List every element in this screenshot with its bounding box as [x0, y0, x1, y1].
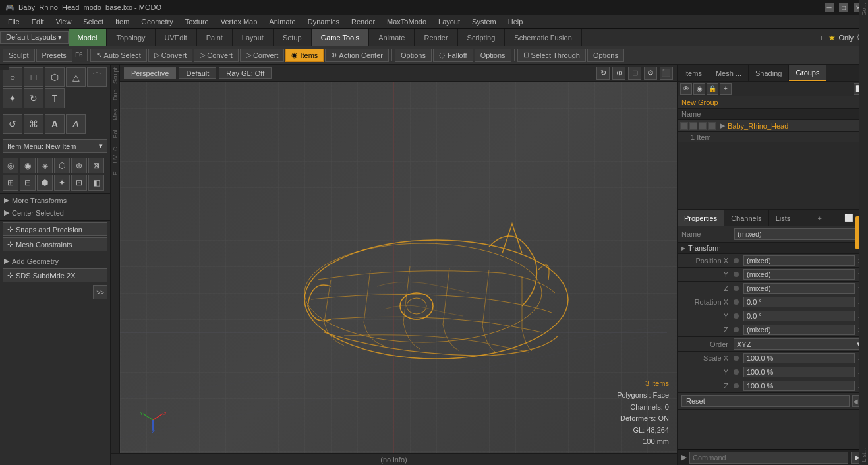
items-toolbar-render[interactable]: ◉	[693, 83, 705, 95]
default-view-button[interactable]: Default	[179, 67, 216, 79]
items-toolbar-lock[interactable]: 🔒	[707, 83, 718, 95]
icon-sq2[interactable]: ⊡	[71, 175, 87, 191]
perspective-view-button[interactable]: Perspective	[124, 67, 176, 79]
rotation-z-value[interactable]: (mixed)	[743, 325, 855, 335]
sds-subdivide-button[interactable]: ⊹ SDS Subdivide 2X	[3, 268, 107, 282]
items-toolbar-vis[interactable]: 👁	[680, 83, 692, 95]
text-tool[interactable]: T	[45, 88, 65, 108]
position-z-value[interactable]: (mixed)	[743, 283, 855, 294]
pan-view-button[interactable]: ⊟	[628, 67, 641, 80]
item-extra-button[interactable]	[708, 122, 716, 130]
menu-vertex-map[interactable]: Vertex Map	[216, 16, 263, 27]
convert1-button[interactable]: ▷ Convert	[148, 49, 193, 62]
menu-animate[interactable]: Animate	[264, 16, 301, 27]
menu-help[interactable]: Help	[503, 16, 529, 27]
icon-hex2[interactable]: ⬢	[37, 175, 53, 191]
presets-button[interactable]: Presets	[36, 49, 72, 62]
scale-y-value[interactable]: 100.0 %	[743, 367, 855, 377]
tab-animate[interactable]: Animate	[369, 29, 415, 46]
viewport-canvas[interactable]: X Y Z 3 Items Polygons : Face Channels: …	[120, 82, 677, 453]
item-menu[interactable]: Item Menu: New Item ▾	[3, 139, 107, 153]
sculpt-button[interactable]: Sculpt	[3, 49, 35, 62]
options3-button[interactable]: Options	[587, 49, 624, 62]
tab-model[interactable]: Model	[69, 29, 107, 46]
position-y-value[interactable]: (mixed)	[743, 269, 855, 280]
sphere-tool[interactable]: ○	[3, 67, 22, 87]
item-vis-button[interactable]	[680, 122, 688, 130]
tab-render[interactable]: Render	[415, 29, 457, 46]
tab-schematic[interactable]: Schematic Fusion	[505, 29, 581, 46]
menu-layout[interactable]: Layout	[433, 16, 465, 27]
expand-view-button[interactable]: ⬛	[660, 67, 673, 80]
center-selected-section[interactable]: ▶ Center Selected	[0, 206, 110, 219]
cone-tool[interactable]: △	[66, 67, 86, 87]
prop-tab-properties[interactable]: Properties	[678, 210, 724, 226]
new-group-bar[interactable]: New Group	[678, 96, 868, 109]
menu-item[interactable]: Item	[110, 16, 134, 27]
convert2-button[interactable]: ▷ Convert	[194, 49, 239, 62]
options1-button[interactable]: Options	[395, 49, 432, 62]
ray-gl-button[interactable]: Ray GL: Off	[219, 67, 272, 79]
icon-circ2[interactable]: ◉	[20, 158, 36, 173]
item-row[interactable]: ▶ Baby_Rhino_Head	[678, 120, 868, 132]
tab-layout[interactable]: Layout	[233, 29, 274, 46]
scale-z-value[interactable]: 100.0 %	[743, 381, 855, 391]
menu-geometry[interactable]: Geometry	[136, 16, 178, 27]
viewport[interactable]: Perspective Default Ray GL: Off ↻ ⊕ ⊟ ⚙ …	[120, 65, 677, 453]
star-tool[interactable]: ✦	[3, 88, 22, 108]
rotate-view-button[interactable]: ↻	[596, 67, 610, 80]
transform-section[interactable]: ▶ Transform	[678, 243, 868, 254]
box-tool[interactable]: □	[24, 67, 43, 87]
items-toolbar-add[interactable]: +	[720, 83, 732, 95]
maximize-button[interactable]: □	[839, 3, 848, 12]
icon-star2[interactable]: ✦	[54, 175, 70, 191]
cmd-tool[interactable]: ⌘	[24, 114, 43, 134]
snaps-button[interactable]: ⊹ Snaps and Precision	[3, 222, 107, 236]
order-dropdown[interactable]: XYZ ▾	[734, 338, 864, 350]
menu-system[interactable]: System	[467, 16, 502, 27]
rotation-y-value[interactable]: 0.0 °	[743, 311, 855, 321]
menu-dynamics[interactable]: Dynamics	[303, 16, 345, 27]
settings-view-button[interactable]: ⚙	[644, 67, 657, 80]
item-render-button[interactable]	[689, 122, 697, 130]
undo-tool[interactable]: ↺	[3, 114, 22, 134]
rotate-tool[interactable]: ↻	[24, 88, 43, 108]
action-center-button[interactable]: ⊕ Action Center	[325, 49, 389, 62]
prop-tab-channels[interactable]: Channels	[724, 210, 768, 226]
tab-game-tools[interactable]: Game Tools	[312, 29, 370, 46]
items-tab-groups[interactable]: Groups	[789, 65, 826, 81]
icon-plus-sq[interactable]: ⊞	[3, 175, 18, 191]
type-a-tool[interactable]: A	[45, 114, 65, 134]
tab-paint[interactable]: Paint	[197, 29, 233, 46]
menu-view[interactable]: View	[51, 16, 77, 27]
tab-setup[interactable]: Setup	[274, 29, 312, 46]
prop-tab-lists[interactable]: Lists	[769, 210, 798, 226]
name-value[interactable]: (mixed)	[734, 228, 864, 240]
cylinder-tool[interactable]: ⬡	[45, 67, 65, 87]
icon-circ1[interactable]: ◎	[3, 158, 18, 173]
reset-button[interactable]: Reset	[681, 395, 850, 407]
prop-tab-add[interactable]: +	[812, 212, 826, 224]
menu-texture[interactable]: Texture	[180, 16, 214, 27]
items-tab-items[interactable]: Items	[678, 65, 709, 81]
tab-plus-icon[interactable]: +	[817, 34, 826, 42]
menu-file[interactable]: File	[3, 16, 25, 27]
default-layouts-dropdown[interactable]: Default Layouts ▾	[0, 31, 69, 44]
expand-button[interactable]: >>	[93, 285, 107, 299]
menu-maxtomode[interactable]: MaxToModo	[382, 16, 432, 27]
menu-render[interactable]: Render	[346, 16, 380, 27]
falloff-button[interactable]: ◌ Falloff	[433, 49, 473, 62]
zoom-view-button[interactable]: ⊕	[612, 67, 625, 80]
auto-select-button[interactable]: ↖ Auto Select	[90, 49, 147, 62]
position-x-value[interactable]: (mixed)	[743, 255, 855, 266]
menu-edit[interactable]: Edit	[26, 16, 49, 27]
icon-half[interactable]: ◧	[88, 175, 104, 191]
add-geometry-section[interactable]: ▶ Add Geometry	[0, 255, 110, 267]
tab-scripting[interactable]: Scripting	[458, 29, 506, 46]
tab-uvedit[interactable]: UVEdit	[156, 29, 197, 46]
type-b-tool[interactable]: A	[66, 114, 86, 134]
items-tab-mesh[interactable]: Mesh ...	[709, 65, 749, 81]
options2-button[interactable]: Options	[475, 49, 511, 62]
select-through-button[interactable]: ⊟ Select Through	[517, 49, 586, 62]
icon-hex[interactable]: ⬡	[54, 158, 70, 173]
